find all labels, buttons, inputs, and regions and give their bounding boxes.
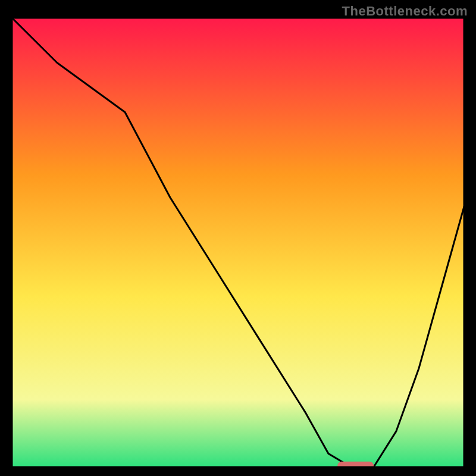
gradient-background xyxy=(12,18,464,467)
chart-frame: TheBottleneck.com xyxy=(0,0,476,476)
plot-area xyxy=(12,18,464,467)
chart-svg xyxy=(12,18,464,467)
watermark-text: TheBottleneck.com xyxy=(342,4,468,19)
